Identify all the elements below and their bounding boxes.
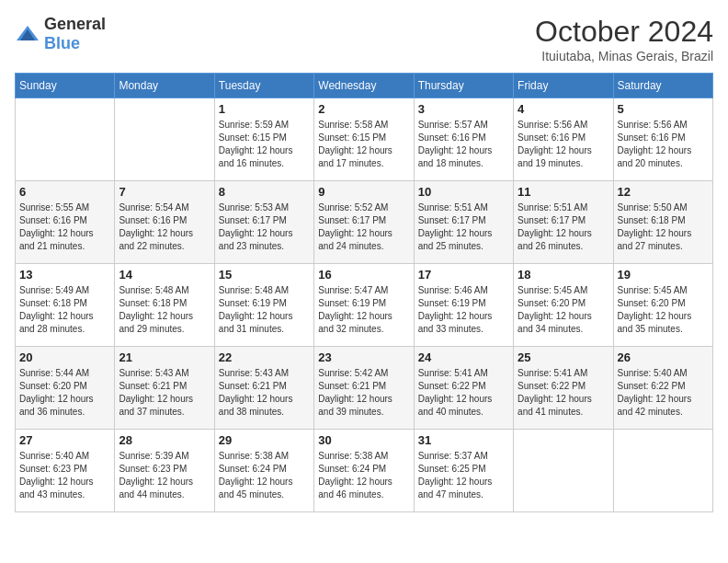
logo-general: General [44,15,106,33]
header: General Blue October 2024 Ituiutaba, Min… [15,15,713,63]
day-info: Sunrise: 5:48 AMSunset: 6:19 PMDaylight:… [219,284,310,336]
logo-icon [15,24,40,44]
day-header-thursday: Thursday [414,74,513,98]
calendar-cell: 18Sunrise: 5:45 AMSunset: 6:20 PMDayligh… [514,264,613,347]
calendar-header-row: SundayMondayTuesdayWednesdayThursdayFrid… [16,74,713,98]
day-number: 11 [518,185,609,199]
calendar-week-row: 27Sunrise: 5:40 AMSunset: 6:23 PMDayligh… [16,430,713,512]
day-info: Sunrise: 5:43 AMSunset: 6:21 PMDaylight:… [219,367,310,419]
title-area: October 2024 Ituiutaba, Minas Gerais, Br… [535,15,713,63]
day-number: 12 [618,185,709,199]
day-info: Sunrise: 5:56 AMSunset: 6:16 PMDaylight:… [618,119,709,170]
day-number: 20 [19,350,110,364]
calendar-cell: 6Sunrise: 5:55 AMSunset: 6:16 PMDaylight… [16,181,115,264]
logo: General Blue [15,15,106,53]
day-number: 21 [119,350,210,364]
day-info: Sunrise: 5:45 AMSunset: 6:20 PMDaylight:… [618,284,709,336]
calendar-cell: 3Sunrise: 5:57 AMSunset: 6:16 PMDaylight… [414,98,513,181]
calendar-cell: 5Sunrise: 5:56 AMSunset: 6:16 PMDaylight… [613,98,712,181]
day-info: Sunrise: 5:58 AMSunset: 6:15 PMDaylight:… [318,119,409,170]
day-info: Sunrise: 5:45 AMSunset: 6:20 PMDaylight:… [518,284,609,336]
day-header-saturday: Saturday [613,74,712,98]
calendar-cell [16,98,115,181]
month-title: October 2024 [535,15,713,49]
logo-blue: Blue [44,34,80,52]
day-info: Sunrise: 5:39 AMSunset: 6:23 PMDaylight:… [119,450,210,501]
day-info: Sunrise: 5:51 AMSunset: 6:17 PMDaylight:… [418,201,509,253]
day-number: 1 [219,102,310,116]
calendar-cell: 2Sunrise: 5:58 AMSunset: 6:15 PMDaylight… [314,98,414,181]
day-info: Sunrise: 5:54 AMSunset: 6:16 PMDaylight:… [119,201,210,253]
day-info: Sunrise: 5:56 AMSunset: 6:16 PMDaylight:… [518,119,609,170]
day-number: 6 [19,185,110,199]
day-number: 30 [318,433,409,447]
calendar-cell: 17Sunrise: 5:46 AMSunset: 6:19 PMDayligh… [414,264,513,347]
calendar-cell: 4Sunrise: 5:56 AMSunset: 6:16 PMDaylight… [514,98,613,181]
day-number: 22 [219,350,310,364]
day-number: 2 [318,102,409,116]
location-title: Ituiutaba, Minas Gerais, Brazil [535,49,713,63]
day-number: 3 [418,102,509,116]
day-info: Sunrise: 5:44 AMSunset: 6:20 PMDaylight:… [19,367,110,419]
day-header-wednesday: Wednesday [314,74,414,98]
day-info: Sunrise: 5:41 AMSunset: 6:22 PMDaylight:… [518,367,609,419]
day-info: Sunrise: 5:48 AMSunset: 6:18 PMDaylight:… [119,284,210,336]
day-info: Sunrise: 5:40 AMSunset: 6:22 PMDaylight:… [618,367,709,419]
day-header-tuesday: Tuesday [214,74,313,98]
day-number: 24 [418,350,509,364]
day-number: 4 [518,102,609,116]
calendar-cell: 29Sunrise: 5:38 AMSunset: 6:24 PMDayligh… [214,430,313,512]
day-number: 29 [219,433,310,447]
calendar-cell: 19Sunrise: 5:45 AMSunset: 6:20 PMDayligh… [613,264,712,347]
day-number: 7 [119,185,210,199]
day-number: 14 [119,268,210,282]
day-number: 28 [119,433,210,447]
calendar-cell: 25Sunrise: 5:41 AMSunset: 6:22 PMDayligh… [514,347,613,430]
calendar-cell: 31Sunrise: 5:37 AMSunset: 6:25 PMDayligh… [414,430,513,512]
day-number: 5 [618,102,709,116]
day-number: 15 [219,268,310,282]
day-number: 17 [418,268,509,282]
day-info: Sunrise: 5:55 AMSunset: 6:16 PMDaylight:… [19,201,110,253]
day-header-monday: Monday [115,74,214,98]
calendar-cell: 14Sunrise: 5:48 AMSunset: 6:18 PMDayligh… [115,264,214,347]
calendar-cell: 20Sunrise: 5:44 AMSunset: 6:20 PMDayligh… [16,347,115,430]
calendar-cell: 8Sunrise: 5:53 AMSunset: 6:17 PMDaylight… [214,181,313,264]
day-number: 31 [418,433,509,447]
day-info: Sunrise: 5:42 AMSunset: 6:21 PMDaylight:… [318,367,409,419]
calendar-cell: 13Sunrise: 5:49 AMSunset: 6:18 PMDayligh… [16,264,115,347]
calendar-cell: 11Sunrise: 5:51 AMSunset: 6:17 PMDayligh… [514,181,613,264]
day-info: Sunrise: 5:46 AMSunset: 6:19 PMDaylight:… [418,284,509,336]
day-number: 18 [518,268,609,282]
calendar-cell: 22Sunrise: 5:43 AMSunset: 6:21 PMDayligh… [214,347,313,430]
day-number: 25 [518,350,609,364]
day-info: Sunrise: 5:50 AMSunset: 6:18 PMDaylight:… [618,201,709,253]
day-info: Sunrise: 5:38 AMSunset: 6:24 PMDaylight:… [318,450,409,501]
logo-text: General Blue [44,15,106,53]
day-info: Sunrise: 5:49 AMSunset: 6:18 PMDaylight:… [19,284,110,336]
calendar-cell: 15Sunrise: 5:48 AMSunset: 6:19 PMDayligh… [214,264,313,347]
day-info: Sunrise: 5:43 AMSunset: 6:21 PMDaylight:… [119,367,210,419]
calendar: SundayMondayTuesdayWednesdayThursdayFrid… [15,73,713,512]
day-info: Sunrise: 5:53 AMSunset: 6:17 PMDaylight:… [219,201,310,253]
day-info: Sunrise: 5:37 AMSunset: 6:25 PMDaylight:… [418,450,509,501]
calendar-cell [115,98,214,181]
day-header-sunday: Sunday [16,74,115,98]
day-info: Sunrise: 5:40 AMSunset: 6:23 PMDaylight:… [19,450,110,501]
calendar-cell: 9Sunrise: 5:52 AMSunset: 6:17 PMDaylight… [314,181,414,264]
day-number: 10 [418,185,509,199]
calendar-cell: 10Sunrise: 5:51 AMSunset: 6:17 PMDayligh… [414,181,513,264]
calendar-cell: 12Sunrise: 5:50 AMSunset: 6:18 PMDayligh… [613,181,712,264]
calendar-week-row: 6Sunrise: 5:55 AMSunset: 6:16 PMDaylight… [16,181,713,264]
day-number: 8 [219,185,310,199]
calendar-cell: 7Sunrise: 5:54 AMSunset: 6:16 PMDaylight… [115,181,214,264]
day-number: 26 [618,350,709,364]
day-number: 13 [19,268,110,282]
calendar-cell [613,430,712,512]
day-number: 19 [618,268,709,282]
day-info: Sunrise: 5:51 AMSunset: 6:17 PMDaylight:… [518,201,609,253]
day-info: Sunrise: 5:41 AMSunset: 6:22 PMDaylight:… [418,367,509,419]
calendar-cell: 16Sunrise: 5:47 AMSunset: 6:19 PMDayligh… [314,264,414,347]
calendar-cell: 23Sunrise: 5:42 AMSunset: 6:21 PMDayligh… [314,347,414,430]
calendar-cell: 27Sunrise: 5:40 AMSunset: 6:23 PMDayligh… [16,430,115,512]
